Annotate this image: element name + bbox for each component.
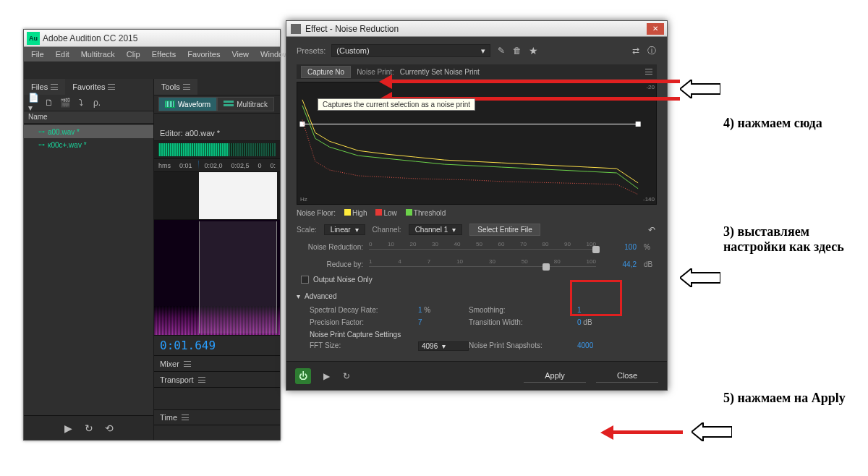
apply-button[interactable]: Apply — [524, 369, 586, 383]
svg-marker-5 — [692, 422, 732, 441]
snapshots-value[interactable]: 4000 — [577, 341, 628, 351]
favorite-icon[interactable]: ★ — [528, 46, 538, 56]
ruler-mark: 0:02,5 — [231, 162, 249, 169]
noise-reduction-slider: Noise Reduction: 0102030405060708090100 … — [297, 238, 657, 255]
capture-noise-print-button[interactable]: Capture No — [301, 66, 351, 78]
scale-value: Linear — [331, 226, 351, 234]
smoothing-label: Smoothing: — [469, 306, 577, 314]
output-noise-only-checkbox[interactable] — [301, 276, 309, 284]
hamburger-icon[interactable] — [645, 69, 652, 75]
presets-row: Presets: (Custom)▾ ✎ 🗑 ★ ⇄ ⓘ — [297, 44, 657, 57]
smoothing-value[interactable]: 1 — [577, 306, 628, 314]
new-file-icon[interactable]: 🗋 — [44, 98, 54, 108]
noise-reduction-value[interactable]: 100 — [602, 243, 638, 251]
time-panel-header[interactable]: Time — [154, 409, 280, 425]
file-item[interactable]: ⊶к00с+.wav * — [24, 138, 153, 151]
reduce-by-slider: Reduce by: 14710305080100 44,2 dB — [297, 255, 657, 273]
autoplay-icon[interactable]: ⟲ — [104, 423, 114, 433]
menu-file[interactable]: File — [25, 48, 50, 60]
advanced-toggle[interactable]: ▾ Advanced — [297, 289, 657, 303]
preset-value: (Custom) — [336, 46, 369, 55]
svg-marker-3 — [680, 80, 720, 98]
annotation-4: 4) нажмаем сюда — [723, 116, 822, 131]
noise-reduction-track[interactable]: 0102030405060708090100 — [369, 241, 596, 252]
select-entire-file-button[interactable]: Select Entire File — [469, 224, 540, 236]
menu-view[interactable]: View — [226, 48, 255, 60]
noise-print-row: Capture No Noise Print: Currently Set No… — [297, 64, 657, 79]
reduce-by-value[interactable]: 44,2 — [602, 260, 638, 268]
slider-thumb[interactable] — [542, 263, 550, 271]
annotation-5: 5) нажмаем на Apply — [723, 391, 846, 406]
tab-favorites[interactable]: Favorites — [65, 79, 122, 95]
fft-size-label: FFT Size: — [310, 341, 418, 351]
save-preset-icon[interactable]: ✎ — [496, 46, 506, 56]
play-icon[interactable]: ▶ — [64, 423, 74, 433]
search-icon[interactable]: ρ. — [92, 98, 102, 108]
noise-floor-label: Noise Floor: — [297, 209, 336, 217]
insert-icon[interactable]: ⤵ — [76, 98, 86, 108]
app-titlebar: Au Adobe Audition CC 2015 — [24, 30, 280, 47]
legend-threshold: Threshold — [414, 209, 446, 217]
hamburger-icon — [183, 84, 190, 90]
precision-factor-value[interactable]: 7 — [418, 318, 469, 326]
loop-icon[interactable]: ↻ — [84, 423, 94, 433]
reduce-by-label: Reduce by: — [297, 260, 363, 268]
hamburger-icon — [184, 361, 191, 367]
waveform-area[interactable] — [154, 172, 280, 220]
scale-label: Scale: — [297, 226, 317, 234]
spectrogram-area[interactable] — [154, 220, 280, 336]
effect-dialog: Effect - Noise Reduction ✕ Presets: (Cus… — [286, 20, 668, 391]
playhead-icon[interactable] — [198, 161, 199, 171]
channel-map-icon[interactable]: ⇄ — [631, 46, 641, 56]
waveform-label: Waveform — [178, 101, 210, 109]
file-name: a00.wav * — [48, 128, 80, 136]
tab-tools[interactable]: Tools — [154, 79, 197, 95]
selection-region[interactable] — [199, 172, 277, 219]
noise-print-value: Currently Set Noise Print — [400, 68, 480, 76]
transition-width-value[interactable]: 0 — [577, 318, 582, 326]
menu-clip[interactable]: Clip — [121, 48, 146, 60]
menu-edit[interactable]: Edit — [50, 48, 75, 60]
hamburger-icon — [108, 84, 115, 90]
advanced-body: Spectral Decay Rate: 1 % Smoothing: 1 Pr… — [297, 303, 657, 354]
name-column-header[interactable]: Name — [24, 111, 153, 124]
spectral-decay-value[interactable]: 1 — [418, 306, 422, 314]
menu-favorites[interactable]: Favorites — [182, 48, 226, 60]
waveform-icon — [165, 101, 175, 108]
open-file-icon[interactable]: 📄▾ — [28, 98, 38, 108]
fft-size-value: 4096 — [422, 342, 438, 350]
dialog-titlebar[interactable]: Effect - Noise Reduction ✕ — [286, 21, 667, 37]
hamburger-icon — [198, 377, 205, 383]
menu-effects[interactable]: Effects — [146, 48, 182, 60]
red-arrow-top2 — [383, 80, 680, 83]
transport-panel-header[interactable]: Transport — [154, 372, 280, 388]
channel-dropdown[interactable]: Channel 1▾ — [409, 224, 463, 235]
time-ruler[interactable]: hms 0:01 0:02,0 0:02,5 0 0: — [154, 159, 280, 172]
reduce-by-track[interactable]: 14710305080100 — [369, 258, 596, 270]
preview-play-icon[interactable]: ▶ — [321, 371, 331, 381]
waveform-view-button[interactable]: Waveform — [158, 97, 217, 111]
low-swatch — [375, 209, 382, 216]
loop-icon[interactable]: ↻ — [341, 371, 352, 381]
power-button[interactable]: ⏻ — [295, 368, 311, 384]
scale-dropdown[interactable]: Linear▾ — [324, 224, 365, 235]
slider-thumb[interactable] — [592, 246, 600, 253]
editor-panel: Tools Waveform Multitrack Editor: a00.wa… — [154, 79, 280, 440]
close-icon[interactable]: ✕ — [647, 23, 664, 35]
delete-preset-icon[interactable]: 🗑 — [512, 46, 522, 56]
selection-region[interactable] — [199, 221, 277, 333]
video-icon[interactable]: 🎬 — [60, 98, 70, 108]
tab-tools-label: Tools — [161, 82, 180, 91]
undo-icon[interactable]: ↶ — [647, 225, 657, 235]
overview-waveform[interactable] — [154, 141, 280, 159]
multitrack-view-button[interactable]: Multitrack — [217, 97, 274, 111]
presets-dropdown[interactable]: (Custom)▾ — [331, 44, 490, 57]
close-button[interactable]: Close — [596, 369, 658, 383]
file-list: ⊶a00.wav * ⊶к00с+.wav * — [24, 124, 153, 153]
mixer-panel-header[interactable]: Mixer — [154, 356, 280, 372]
file-item[interactable]: ⊶a00.wav * — [24, 125, 153, 138]
fft-size-dropdown[interactable]: 4096 ▾ — [418, 341, 469, 351]
dialog-icon — [291, 24, 301, 34]
info-icon[interactable]: ⓘ — [647, 46, 657, 56]
menu-multitrack[interactable]: Multitrack — [75, 48, 121, 60]
